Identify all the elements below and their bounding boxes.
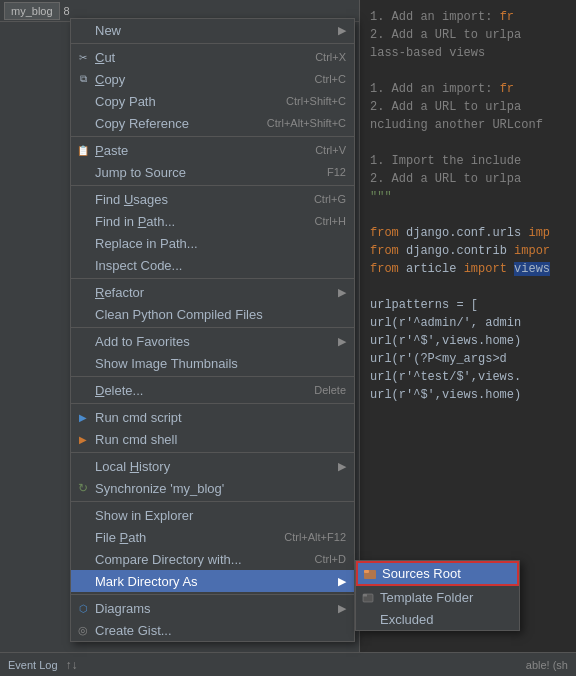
menu-item-synchronize-label: Synchronize 'my_blog' [95,481,346,496]
menu-item-clean-python[interactable]: Clean Python Compiled Files [71,303,354,325]
menu-item-new[interactable]: New ▶ [71,19,354,41]
code-line: urlpatterns = [ [370,296,576,314]
menu-item-jump-to-source-label: Jump to Source [95,165,307,180]
menu-item-show-in-explorer[interactable]: Show in Explorer [71,504,354,526]
menu-item-copy-reference[interactable]: Copy Reference Ctrl+Alt+Shift+C [71,112,354,134]
menu-item-add-to-favorites[interactable]: Add to Favorites ▶ [71,330,354,352]
code-line: url(r'^admin/', admin [370,314,576,332]
menu-item-jump-to-source[interactable]: Jump to Source F12 [71,161,354,183]
menu-separator [71,376,354,377]
menu-item-delete[interactable]: Delete... Delete [71,379,354,401]
menu-separator [71,501,354,502]
menu-item-diagrams-label: Diagrams [95,601,334,616]
menu-item-clean-python-label: Clean Python Compiled Files [95,307,346,322]
code-line: """ [370,188,576,206]
code-line: url(r'^$',views.home) [370,332,576,350]
panel-tab-count: 8 [64,5,70,17]
code-line [370,62,576,80]
status-bar: Event Log ↑↓ able! (sh [0,652,576,676]
menu-item-copy-path-label: Copy Path [95,94,266,109]
scissors-icon: ✂ [75,49,91,65]
menu-item-compare-dir[interactable]: Compare Directory with... Ctrl+D [71,548,354,570]
event-log-tab[interactable]: Event Log [8,659,58,671]
menu-separator [71,594,354,595]
code-line [370,206,576,224]
menu-item-new-arrow: ▶ [338,24,346,37]
status-text: able! (sh [526,659,568,671]
menu-item-cut-label: Cut [95,50,295,65]
menu-item-diagrams[interactable]: ⬡ Diagrams ▶ [71,597,354,619]
menu-item-create-gist[interactable]: ◎ Create Gist... [71,619,354,641]
menu-item-compare-dir-label: Compare Directory with... [95,552,295,567]
copy-icon: ⧉ [75,71,91,87]
menu-item-refactor[interactable]: Refactor ▶ [71,281,354,303]
menu-item-synchronize[interactable]: ↻ Synchronize 'my_blog' [71,477,354,499]
menu-item-paste-label: Paste [95,143,295,158]
submenu-item-excluded[interactable]: Excluded [356,608,519,630]
menu-item-run-cmd-shell[interactable]: ▶ Run cmd shell [71,428,354,450]
code-line: url(r'^test/$',views. [370,368,576,386]
submenu-item-sources-root[interactable]: Sources Root [356,561,519,586]
template-folder-icon [360,589,376,605]
menu-item-local-history[interactable]: Local History ▶ [71,455,354,477]
menu-item-run-cmd-shell-label: Run cmd shell [95,432,346,447]
menu-item-inspect-code[interactable]: Inspect Code... [71,254,354,276]
submenu-item-sources-root-label: Sources Root [382,566,461,581]
sources-root-icon [362,566,378,582]
menu-item-copy-label: Copy [95,72,295,87]
menu-item-show-image-thumbnails[interactable]: Show Image Thumbnails [71,352,354,374]
menu-item-copy-path[interactable]: Copy Path Ctrl+Shift+C [71,90,354,112]
menu-separator [71,185,354,186]
menu-item-find-in-path-label: Find in Path... [95,214,295,229]
menu-item-add-to-favorites-arrow: ▶ [338,335,346,348]
menu-separator [71,452,354,453]
menu-item-file-path-shortcut: Ctrl+Alt+F12 [284,531,346,543]
menu-item-jump-to-source-shortcut: F12 [327,166,346,178]
code-line: url(r'^$',views.home) [370,386,576,404]
panel-tab[interactable]: my_blog [4,2,60,20]
code-line: from article import views [370,260,576,278]
menu-item-add-to-favorites-label: Add to Favorites [95,334,334,349]
submenu-item-template-folder[interactable]: Template Folder [356,586,519,608]
menu-item-delete-label: Delete... [95,383,294,398]
code-line: url(r'(?P<my_args>d [370,350,576,368]
menu-item-compare-dir-shortcut: Ctrl+D [315,553,346,565]
menu-item-find-usages[interactable]: Find Usages Ctrl+G [71,188,354,210]
menu-item-local-history-label: Local History [95,459,334,474]
menu-separator [71,403,354,404]
menu-item-show-image-thumbnails-label: Show Image Thumbnails [95,356,346,371]
menu-item-file-path[interactable]: File Path Ctrl+Alt+F12 [71,526,354,548]
menu-item-copy[interactable]: ⧉ Copy Ctrl+C [71,68,354,90]
menu-item-paste-shortcut: Ctrl+V [315,144,346,156]
menu-item-mark-dir-as[interactable]: Mark Directory As ▶ [71,570,354,592]
context-menu: New ▶ ✂ Cut Ctrl+X ⧉ Copy Ctrl+C Copy Pa… [70,18,355,642]
menu-item-local-history-arrow: ▶ [338,460,346,473]
menu-item-replace-in-path[interactable]: Replace in Path... [71,232,354,254]
status-arrows: ↑↓ [66,658,78,672]
menu-separator [71,136,354,137]
menu-item-new-label: New [95,23,334,38]
menu-item-copy-shortcut: Ctrl+C [315,73,346,85]
menu-item-mark-dir-as-arrow: ▶ [338,575,346,588]
code-line: 2. Add a URL to urlpa [370,26,576,44]
menu-item-inspect-code-label: Inspect Code... [95,258,346,273]
menu-item-copy-path-shortcut: Ctrl+Shift+C [286,95,346,107]
menu-item-paste[interactable]: 📋 Paste Ctrl+V [71,139,354,161]
menu-item-find-in-path[interactable]: Find in Path... Ctrl+H [71,210,354,232]
code-line: ncluding another URLconf [370,116,576,134]
menu-item-delete-shortcut: Delete [314,384,346,396]
menu-item-replace-in-path-label: Replace in Path... [95,236,346,251]
menu-item-create-gist-label: Create Gist... [95,623,346,638]
gist-icon: ◎ [75,622,91,638]
menu-item-copy-reference-shortcut: Ctrl+Alt+Shift+C [267,117,346,129]
menu-item-run-cmd-script[interactable]: ▶ Run cmd script [71,406,354,428]
code-line: from django.contrib impor [370,242,576,260]
code-line [370,278,576,296]
menu-item-run-cmd-script-label: Run cmd script [95,410,346,425]
menu-item-find-in-path-shortcut: Ctrl+H [315,215,346,227]
code-line: 1. Import the include [370,152,576,170]
menu-item-show-in-explorer-label: Show in Explorer [95,508,346,523]
menu-item-cut[interactable]: ✂ Cut Ctrl+X [71,46,354,68]
code-line: 1. Add an import: fr [370,8,576,26]
menu-item-find-usages-shortcut: Ctrl+G [314,193,346,205]
